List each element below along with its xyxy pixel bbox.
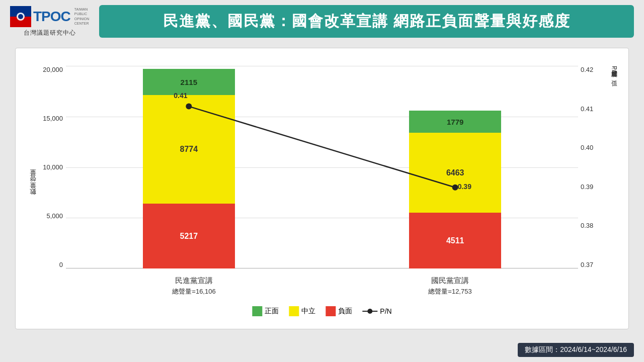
logo-area: TPOC TAIWAN PUBLIC OPINION CENTER 台灣議題研究… <box>10 6 89 37</box>
y-axis-right: 0.42 0.41 0.40 0.39 0.38 0.37 <box>581 66 603 268</box>
y-left-10000: 10,000 <box>43 163 63 171</box>
legend-negative-label: 負面 <box>338 307 352 316</box>
x-label-sub-1: 總聲量=16,106 <box>149 287 239 296</box>
logo-subtitle: 台灣議題研究中心 <box>24 29 76 37</box>
y-right-038: 0.38 <box>581 222 593 229</box>
bar-1-stack: 2115 8774 5217 <box>143 69 235 268</box>
y-left-5000: 5,000 <box>46 212 63 220</box>
main-container: TPOC TAIWAN PUBLIC OPINION CENTER 台灣議題研究… <box>0 0 644 362</box>
logo-text: TPOC <box>33 9 70 25</box>
legend: 正面 中立 負面 P/N <box>252 306 391 316</box>
footer: 數據區間：2024/6/14~2024/6/16 <box>518 343 634 357</box>
legend-pn-label: P/N <box>380 307 391 315</box>
header: TPOC TAIWAN PUBLIC OPINION CENTER 台灣議題研究… <box>0 0 644 43</box>
grid-line-top <box>66 66 578 66</box>
legend-neutral-color <box>289 306 299 316</box>
legend-pn: P/N <box>362 307 391 315</box>
legend-positive: 正面 <box>252 306 279 316</box>
bar-1-neutral: 8774 <box>143 95 235 204</box>
bar-1-negative: 5217 <box>143 204 235 268</box>
footer-badge: 數據區間：2024/6/14~2024/6/16 <box>518 343 634 357</box>
y-left-15000: 15,000 <box>43 115 63 122</box>
pn-label-1: 0.41 <box>174 92 187 100</box>
y-left-20000: 20,000 <box>43 66 63 73</box>
y-right-037: 0.37 <box>581 261 593 268</box>
svg-point-4 <box>18 14 23 19</box>
y-left-0: 0 <box>59 261 63 268</box>
x-label-main-2: 國民黨宣講 <box>405 276 496 286</box>
legend-positive-color <box>252 306 262 316</box>
x-label-group-1: 民進黨宣講 總聲量=16,106 <box>149 276 239 296</box>
plot-area: 2115 8774 5217 1779 <box>66 66 578 268</box>
pn-label-2: 0.39 <box>458 183 471 191</box>
bar-2-negative: 4511 <box>409 213 501 268</box>
legend-positive-label: 正面 <box>265 307 279 316</box>
bar-2-stack: 1779 6463 4511 <box>409 111 501 268</box>
legend-pn-line <box>362 308 377 315</box>
logo-icon <box>10 6 31 27</box>
legend-negative-color <box>326 306 336 316</box>
y-axis-left: 20,000 15,000 10,000 5,000 0 <box>37 66 63 268</box>
y-axis-right-title: 聲量好感度（P/N值） <box>610 66 618 268</box>
legend-neutral: 中立 <box>289 306 315 316</box>
logo-box: TPOC TAIWAN PUBLIC OPINION CENTER <box>10 6 89 27</box>
y-right-040: 0.40 <box>581 144 593 151</box>
logo-flag-desc: TAIWAN PUBLIC OPINION CENTER <box>74 7 90 25</box>
legend-negative: 負面 <box>326 306 352 316</box>
x-label-main-1: 民進黨宣講 <box>149 276 239 286</box>
y-right-041: 0.41 <box>581 105 593 113</box>
y-axis-left-title: 數 量 聲 量 <box>28 180 37 200</box>
bar-1-positive: 2115 <box>143 69 235 95</box>
date-range: 數據區間：2024/6/14~2024/6/16 <box>525 345 627 353</box>
chart-container: 數 量 聲 量 20,000 15,000 10,000 5,000 0 0.4… <box>15 48 629 329</box>
y-right-039: 0.39 <box>581 183 593 191</box>
bar-2-positive: 1779 <box>409 111 501 133</box>
x-label-group-2: 國民黨宣講 總聲量=12,753 <box>405 276 496 296</box>
x-label-sub-2: 總聲量=12,753 <box>405 287 496 296</box>
x-labels: 民進黨宣講 總聲量=16,106 國民黨宣講 總聲量=12,753 <box>66 276 578 296</box>
y-right-042: 0.42 <box>581 66 593 73</box>
page-title: 民進黨、國民黨：國會改革宣講 網路正負面聲量與好感度 <box>114 11 619 32</box>
legend-pn-dot <box>367 309 372 314</box>
legend-neutral-label: 中立 <box>301 307 315 316</box>
bar-2-neutral: 6463 <box>409 133 501 213</box>
title-banner: 民進黨、國民黨：國會改革宣講 網路正負面聲量與好感度 <box>99 5 634 38</box>
chart-inner: 數 量 聲 量 20,000 15,000 10,000 5,000 0 0.4… <box>26 58 618 321</box>
